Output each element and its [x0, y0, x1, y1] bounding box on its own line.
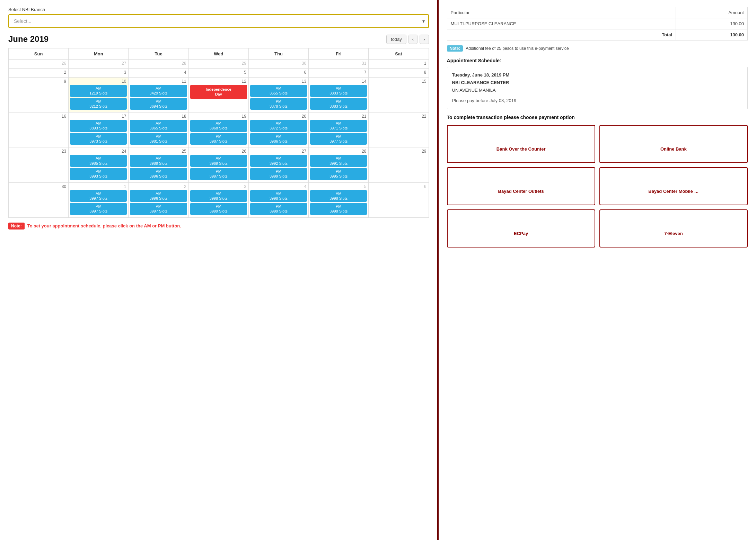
day-number: 8	[370, 70, 427, 75]
calendar-day: 12IndependenceDay	[188, 78, 248, 112]
calendar-body: 26272829303112345678910AM1219 SlotsPM321…	[9, 60, 429, 218]
day-number: 31	[310, 61, 367, 66]
calendar-day: 23	[9, 147, 69, 182]
day-number: 28	[310, 149, 367, 154]
slot-button[interactable]: PM3878 Slots	[250, 98, 307, 110]
calendar-day: 24AM3985 SlotsPM3993 Slots	[69, 147, 129, 182]
calendar-day: 26	[9, 60, 69, 69]
slot-button[interactable]: AM3893 Slots	[70, 120, 127, 132]
day-number: 3	[190, 184, 247, 189]
day-number: 3	[70, 70, 127, 75]
slot-button[interactable]: PM3981 Slots	[130, 133, 187, 145]
calendar-day: 3AM3998 SlotsPM3999 Slots	[188, 182, 248, 217]
slot-button[interactable]: AM3968 Slots	[190, 120, 247, 132]
slot-button[interactable]: PM3997 Slots	[130, 203, 187, 215]
note-text: To set your appointment schedule, please…	[27, 223, 181, 228]
slot-button[interactable]: PM3986 Slots	[250, 133, 307, 145]
day-number: 9	[10, 79, 67, 84]
calendar-day: 4	[129, 69, 188, 78]
payment-option-label: 7-Eleven	[664, 231, 683, 236]
payment-option-label: Online Bank	[660, 146, 687, 152]
slot-button[interactable]: PM3996 Slots	[130, 168, 187, 180]
slot-button[interactable]: AM3985 Slots	[70, 155, 127, 167]
calendar-week-5: 301AM3997 SlotsPM3997 Slots2AM3996 Slots…	[9, 182, 429, 217]
slot-button[interactable]: PM3883 Slots	[310, 98, 367, 110]
slot-button[interactable]: AM3971 Slots	[310, 120, 367, 132]
day-number: 2	[130, 184, 187, 189]
day-number: 11	[130, 79, 187, 84]
slot-button[interactable]: PM3694 Slots	[130, 98, 187, 110]
slot-button[interactable]: AM3998 Slots	[310, 190, 367, 202]
payment-option-bayad-center[interactable]: BAYAD CENTER Bayad Center Outlets	[447, 167, 595, 205]
calendar-table: SunMonTueWedThuFriSat 262728293031123456…	[8, 48, 429, 218]
slot-button[interactable]: PM3997 Slots	[190, 168, 247, 180]
appointment-branch: NBI CLEARANCE CENTER	[452, 79, 742, 87]
slot-button[interactable]: AM3965 Slots	[130, 120, 187, 132]
slot-button[interactable]: AM3655 Slots	[250, 85, 307, 97]
slot-button[interactable]: AM3991 Slots	[310, 155, 367, 167]
payment-option-label: ECPay	[514, 231, 528, 236]
slot-button[interactable]: AM3429 Slots	[130, 85, 187, 97]
particular-cell: MULTI-PURPOSE CLEARANCE	[447, 18, 676, 29]
slot-button[interactable]: PM3999 Slots	[250, 168, 307, 180]
bottom-note: Note: To set your appointment schedule, …	[8, 223, 429, 230]
slot-button[interactable]: AM3969 Slots	[190, 155, 247, 167]
slot-button[interactable]: PM3987 Slots	[190, 133, 247, 145]
calendar-day: 2	[9, 69, 69, 78]
day-header-fri: Fri	[309, 48, 369, 60]
slot-button[interactable]: PM3997 Slots	[70, 203, 127, 215]
slot-button[interactable]: PM3973 Slots	[70, 133, 127, 145]
slot-button[interactable]: PM3212 Slots	[70, 98, 127, 110]
slot-button[interactable]: PM3998 Slots	[310, 203, 367, 215]
prev-month-button[interactable]: ‹	[408, 35, 417, 44]
branch-select[interactable]: Select...	[8, 14, 429, 28]
slot-button[interactable]: AM3998 Slots	[190, 190, 247, 202]
payment-options-grid: Bank Over the Counter Online Bank BAYAD …	[447, 125, 748, 248]
appointment-box: Tuesday, June 18, 2019 PM NBI CLEARANCE …	[447, 67, 748, 109]
left-panel: Select NBI Branch Select... ▾ June 2019 …	[0, 0, 439, 540]
calendar-day: 29	[369, 147, 429, 182]
slot-button[interactable]: AM3972 Slots	[250, 120, 307, 132]
slot-button[interactable]: PM3995 Slots	[310, 168, 367, 180]
epayment-note: Note: Additional fee of 25 pesos to use …	[447, 45, 748, 52]
slot-button[interactable]: AM3998 Slots	[250, 190, 307, 202]
next-month-button[interactable]: ›	[420, 35, 429, 44]
payment-option-online-bank[interactable]: Online Bank	[599, 125, 748, 163]
day-header-tue: Tue	[129, 48, 188, 60]
slot-button[interactable]: PM3999 Slots	[250, 203, 307, 215]
calendar-week-4: 2324AM3985 SlotsPM3993 Slots25AM3989 Slo…	[9, 147, 429, 182]
slot-button[interactable]: PM3999 Slots	[190, 203, 247, 215]
slot-button[interactable]: AM3997 Slots	[70, 190, 127, 202]
payment-option-bank-counter[interactable]: Bank Over the Counter	[447, 125, 595, 163]
calendar-day: 17AM3893 SlotsPM3973 Slots	[69, 112, 129, 147]
calendar-day: 28	[129, 60, 188, 69]
day-number: 5	[190, 70, 247, 75]
slot-button[interactable]: AM3996 Slots	[130, 190, 187, 202]
slot-button[interactable]: PM3993 Slots	[70, 168, 127, 180]
day-number: 21	[310, 114, 367, 119]
slot-button[interactable]: AM3989 Slots	[130, 155, 187, 167]
payment-option-seven-eleven[interactable]: 7 ELEVEn 7-Eleven	[599, 209, 748, 248]
independence-day-badge[interactable]: IndependenceDay	[190, 85, 247, 99]
calendar-day: 22	[369, 112, 429, 147]
epayment-note-text: Additional fee of 25 pesos to use this e…	[466, 46, 569, 51]
particular-header: Particular	[447, 7, 676, 18]
calendar-day: 15	[369, 78, 429, 112]
payment-option-bayad-center-mobile[interactable]: BAYAD CENTER Bayad Center Mobile …	[599, 167, 748, 205]
calendar-day: 27AM3992 SlotsPM3999 Slots	[248, 147, 308, 182]
note-badge-blue: Note:	[447, 45, 463, 52]
today-button[interactable]: today	[386, 35, 406, 44]
day-number: 13	[250, 79, 307, 84]
slot-button[interactable]: PM3977 Slots	[310, 133, 367, 145]
calendar-day: 28AM3991 SlotsPM3995 Slots	[309, 147, 369, 182]
slot-button[interactable]: AM1219 Slots	[70, 85, 127, 97]
calendar-header-row: SunMonTueWedThuFriSat	[9, 48, 429, 60]
day-number: 2	[10, 70, 67, 75]
slot-button[interactable]: AM3803 Slots	[310, 85, 367, 97]
slot-button[interactable]: AM3992 Slots	[250, 155, 307, 167]
calendar-week-2: 910AM1219 SlotsPM3212 Slots11AM3429 Slot…	[9, 78, 429, 112]
branch-select-wrapper: Select... ▾	[8, 14, 429, 28]
day-number: 10	[70, 79, 127, 84]
payment-option-label: Bayad Center Mobile …	[648, 189, 698, 194]
payment-option-ecpay[interactable]: ec ECPay	[447, 209, 595, 248]
